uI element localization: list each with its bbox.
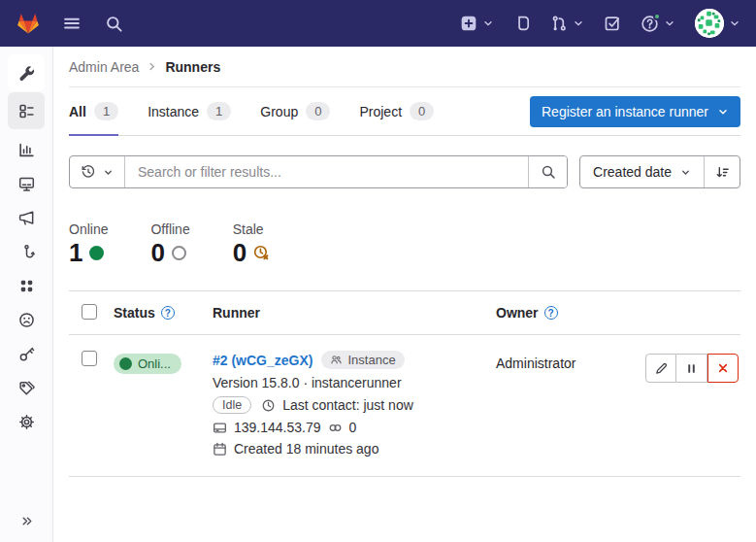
runners-table: Status Runner Owner Onli... (69, 290, 740, 477)
todos-icon[interactable] (604, 15, 621, 32)
pause-runner-button[interactable] (676, 354, 707, 383)
sort-by-label: Created date (593, 164, 672, 180)
bar-chart-icon (18, 142, 35, 158)
select-all-checkbox[interactable] (82, 304, 97, 320)
user-menu[interactable] (695, 9, 740, 38)
hamburger-menu-icon[interactable] (62, 14, 82, 33)
sidebar-item-settings[interactable] (8, 405, 45, 438)
search-icon[interactable] (105, 15, 123, 33)
sort-controls: Created date (579, 155, 740, 188)
sidebar-item-deploy-keys[interactable] (8, 337, 45, 370)
idle-state-badge: Idle (213, 396, 251, 414)
breadcrumb-runners: Runners (165, 59, 220, 75)
users-icon (330, 354, 343, 366)
calendar-icon (213, 442, 227, 457)
gear-icon (18, 414, 35, 430)
tab-all[interactable]: All 1 (69, 87, 118, 135)
merge-request-icon (550, 15, 568, 32)
computer-icon (213, 421, 227, 435)
filter-bar: Created date (69, 155, 740, 188)
sidebar-item-applications[interactable] (8, 269, 45, 302)
tab-project[interactable]: Project 0 (359, 87, 434, 135)
status-help-icon[interactable] (161, 306, 175, 320)
runner-created-text: Created 18 minutes ago (234, 441, 378, 457)
navbar-right-group (460, 9, 740, 38)
main-content: Admin Area Runners All 1 Instance 1 Grou… (53, 47, 756, 542)
link-icon (328, 421, 343, 435)
sidebar-item-system-hooks[interactable] (8, 235, 45, 268)
tab-instance[interactable]: Instance 1 (148, 87, 231, 135)
sidebar-item-admin-area[interactable] (8, 54, 45, 91)
register-instance-runner-button[interactable]: Register an instance runner (530, 96, 740, 127)
owner-column-header: Owner (496, 305, 539, 321)
breadcrumb-admin-area[interactable]: Admin Area (69, 59, 139, 75)
chevron-down-icon (573, 17, 584, 29)
stat-stale-value: 0 (233, 240, 247, 265)
status-column-header: Status (114, 305, 155, 321)
top-navbar (0, 0, 756, 47)
online-status-icon (89, 246, 104, 260)
sidebar-item-monitoring[interactable] (8, 167, 45, 200)
pause-icon (685, 362, 698, 375)
sad-face-icon (18, 312, 35, 328)
search-history-dropdown[interactable] (70, 156, 125, 187)
search-filter-group (69, 155, 568, 188)
tab-instance-count: 1 (207, 102, 231, 120)
owner-help-icon[interactable] (544, 306, 558, 320)
new-item-menu[interactable] (460, 15, 494, 32)
sidebar-item-messages[interactable] (8, 201, 45, 234)
instance-type-badge: Instance (321, 351, 404, 369)
online-status-badge: Onli... (114, 354, 181, 374)
register-button-label: Register an instance runner (542, 104, 708, 119)
admin-sidebar (0, 47, 53, 542)
sidebar-collapse-toggle[interactable] (0, 514, 52, 528)
search-submit-button[interactable] (528, 156, 567, 187)
pencil-icon (654, 361, 669, 376)
chevron-right-icon (147, 61, 157, 72)
help-icon (641, 15, 659, 33)
sidebar-item-labels[interactable] (8, 371, 45, 404)
monitor-icon (18, 176, 35, 192)
tab-project-label: Project (359, 104, 402, 119)
runner-stats: Online 1 Offline 0 Stale 0 (69, 221, 740, 265)
gitlab-logo-icon[interactable] (16, 12, 41, 35)
chevron-down-icon (103, 167, 114, 178)
issues-icon[interactable] (513, 15, 531, 32)
runner-column-header: Runner (213, 305, 260, 321)
stat-stale-label: Stale (233, 221, 270, 237)
runner-version-line: Version 15.8.0 · instancerunner (213, 375, 496, 390)
stale-clock-icon (253, 245, 270, 261)
close-x-icon (716, 361, 730, 375)
hook-icon (18, 244, 35, 260)
breadcrumb: Admin Area Runners (69, 47, 740, 87)
help-menu[interactable] (641, 15, 675, 33)
chevron-down-icon (664, 17, 675, 29)
owner-cell[interactable]: Administrator (496, 351, 640, 371)
stat-online: Online 1 (69, 221, 108, 265)
sidebar-item-overview[interactable] (8, 92, 45, 129)
tab-group-count: 0 (306, 102, 330, 120)
stat-online-value: 1 (69, 240, 82, 265)
merge-requests-menu[interactable] (550, 15, 584, 32)
runner-ip-address: 139.144.53.79 (234, 420, 321, 435)
user-avatar (695, 9, 724, 38)
edit-runner-button[interactable] (645, 354, 676, 383)
wrench-icon (18, 65, 35, 82)
online-badge-label: Onli... (138, 356, 171, 371)
sort-direction-button[interactable] (704, 156, 740, 187)
tab-project-count: 0 (410, 102, 434, 120)
sidebar-item-abuse-reports[interactable] (8, 303, 45, 336)
delete-runner-button[interactable] (707, 354, 739, 383)
online-dot-icon (119, 357, 132, 370)
tab-group[interactable]: Group 0 (260, 87, 330, 135)
runner-link[interactable]: #2 (wCG_zeGX) (213, 353, 312, 368)
chevron-down-icon (729, 17, 740, 29)
tab-all-count: 1 (94, 102, 118, 120)
history-icon (81, 164, 96, 180)
stat-offline-value: 0 (150, 240, 164, 265)
search-input[interactable] (125, 156, 528, 187)
row-select-checkbox[interactable] (82, 351, 97, 366)
instance-badge-label: Instance (347, 353, 395, 367)
sort-by-dropdown[interactable]: Created date (580, 156, 704, 187)
sidebar-item-analytics[interactable] (8, 133, 45, 166)
